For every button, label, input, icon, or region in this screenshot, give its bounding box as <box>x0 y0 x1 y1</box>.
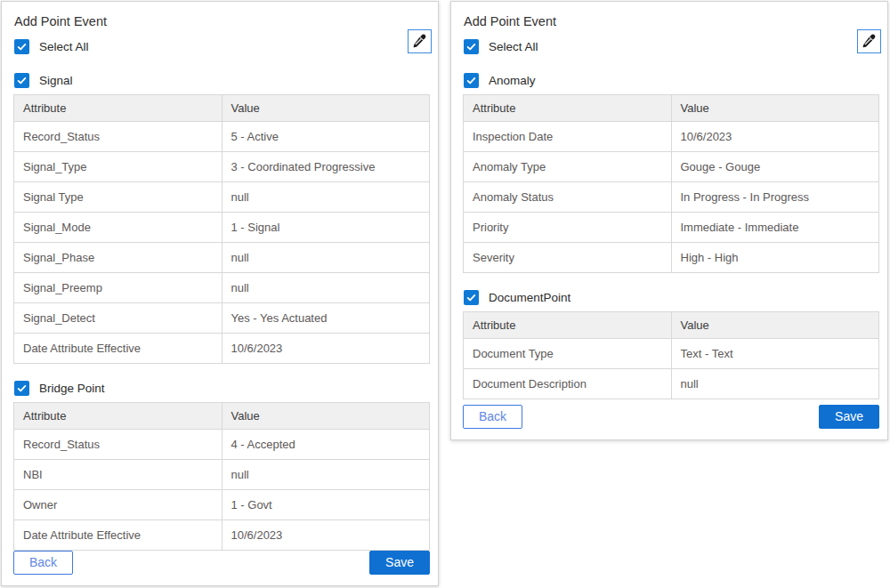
eyedropper-icon <box>862 34 877 49</box>
check-icon <box>466 42 476 52</box>
value-cell: 1 - Signal <box>222 213 430 243</box>
signal-table: Attribute Value Record_Status 5 - Active… <box>13 94 430 364</box>
table-header-row: Attribute Value <box>464 312 879 339</box>
check-icon <box>17 76 27 85</box>
bridge-point-section-label: Bridge Point <box>39 382 105 395</box>
add-point-event-panel-right: Add Point Event Select All Anomaly Attri… <box>450 1 888 440</box>
table-row: Severity High - High <box>464 243 879 273</box>
attribute-cell: Anomaly Status <box>464 182 672 213</box>
attribute-cell: Signal_Phase <box>14 243 222 273</box>
select-all-label: Select All <box>489 40 538 53</box>
attribute-cell: Severity <box>464 243 672 273</box>
table-row: Signal_Phase null <box>14 243 430 273</box>
select-all-row: Select All <box>14 39 430 54</box>
value-cell: Immediate - Immediate <box>671 213 879 243</box>
value-cell: 1 - Govt <box>222 490 430 520</box>
value-column-header: Value <box>671 312 879 339</box>
value-column-header: Value <box>671 95 879 122</box>
attribute-cell: Signal_Detect <box>14 303 222 334</box>
value-cell: null <box>222 460 430 490</box>
anomaly-table: Attribute Value Inspection Date 10/6/202… <box>463 94 879 273</box>
signal-checkbox[interactable] <box>14 73 29 88</box>
table-row: Priority Immediate - Immediate <box>464 213 879 243</box>
section-row-documentpoint: DocumentPoint <box>464 290 879 305</box>
table-header-row: Attribute Value <box>14 95 430 122</box>
value-cell: null <box>222 182 430 213</box>
table-row: Document Description null <box>464 369 879 399</box>
value-cell: Text - Text <box>671 339 879 369</box>
value-cell: In Progress - In Progress <box>671 182 879 213</box>
attribute-cell: Signal_Preemp <box>14 273 222 303</box>
table-row: Signal_Mode 1 - Signal <box>14 213 430 243</box>
save-button[interactable]: Save <box>369 551 430 575</box>
attribute-cell: Signal_Type <box>14 152 222 182</box>
table-row: NBI null <box>14 460 430 490</box>
value-cell: 10/6/2023 <box>222 520 430 551</box>
table-header-row: Attribute Value <box>464 95 879 122</box>
table-row: Signal_Detect Yes - Yes Actuated <box>14 303 430 334</box>
footer-actions: Back Save <box>13 551 430 575</box>
check-icon <box>17 42 27 52</box>
value-cell: 10/6/2023 <box>222 334 430 364</box>
value-column-header: Value <box>222 95 430 122</box>
check-icon <box>466 76 476 85</box>
bridge-point-checkbox[interactable] <box>14 381 29 396</box>
section-row-signal: Signal <box>14 73 430 88</box>
value-cell: null <box>222 273 430 303</box>
table-row: Record_Status 5 - Active <box>14 122 430 152</box>
back-button[interactable]: Back <box>13 551 73 575</box>
table-row: Record_Status 4 - Accepted <box>14 430 430 460</box>
attribute-cell: Date Attribute Effective <box>14 520 222 551</box>
value-cell: Yes - Yes Actuated <box>222 303 430 334</box>
section-row-bridge-point: Bridge Point <box>14 381 430 396</box>
add-point-event-panel-left: Add Point Event Select All Signal Attrib… <box>1 1 439 586</box>
table-row: Date Attribute Effective 10/6/2023 <box>14 334 430 364</box>
table-row: Signal_Preemp null <box>14 273 430 303</box>
value-cell: null <box>671 369 879 399</box>
documentpoint-checkbox[interactable] <box>464 290 479 305</box>
anomaly-checkbox[interactable] <box>464 73 479 88</box>
attribute-cell: Priority <box>464 213 672 243</box>
eyedropper-button[interactable] <box>408 29 432 53</box>
attribute-cell: Anomaly Type <box>464 152 672 182</box>
footer-actions: Back Save <box>463 405 879 429</box>
table-row: Date Attribute Effective 10/6/2023 <box>14 520 430 551</box>
attribute-cell: Record_Status <box>14 430 222 460</box>
table-row: Inspection Date 10/6/2023 <box>464 122 879 152</box>
select-all-checkbox[interactable] <box>464 39 479 54</box>
eyedropper-button[interactable] <box>857 29 881 53</box>
section-row-anomaly: Anomaly <box>464 73 879 88</box>
value-cell: High - High <box>671 243 879 273</box>
table-row: Anomaly Type Gouge - Gouge <box>464 152 879 182</box>
attribute-column-header: Attribute <box>464 312 672 339</box>
attribute-column-header: Attribute <box>14 403 222 430</box>
bridge-point-table: Attribute Value Record_Status 4 - Accept… <box>13 402 430 551</box>
attribute-cell: Inspection Date <box>464 122 672 152</box>
check-icon <box>17 383 27 393</box>
value-cell: 5 - Active <box>222 122 430 152</box>
table-row: Anomaly Status In Progress - In Progress <box>464 182 879 213</box>
attribute-cell: Record_Status <box>14 122 222 152</box>
attribute-cell: Date Attribute Effective <box>14 334 222 364</box>
documentpoint-table: Attribute Value Document Type Text - Tex… <box>463 311 879 399</box>
attribute-cell: NBI <box>14 460 222 490</box>
save-button[interactable]: Save <box>819 405 879 429</box>
attribute-cell: Document Description <box>464 369 672 399</box>
check-icon <box>466 293 476 302</box>
table-row: Signal Type null <box>14 182 430 213</box>
attribute-column-header: Attribute <box>14 95 222 122</box>
eyedropper-icon <box>412 34 427 49</box>
back-button[interactable]: Back <box>463 405 522 429</box>
page-title: Add Point Event <box>14 14 430 28</box>
documentpoint-section-label: DocumentPoint <box>489 291 570 304</box>
table-row: Document Type Text - Text <box>464 339 879 369</box>
value-cell: Gouge - Gouge <box>671 152 879 182</box>
signal-section-label: Signal <box>39 74 73 87</box>
select-all-checkbox[interactable] <box>14 39 29 54</box>
attribute-column-header: Attribute <box>464 95 672 122</box>
attribute-cell: Signal Type <box>14 182 222 213</box>
value-column-header: Value <box>222 403 430 430</box>
value-cell: null <box>222 243 430 273</box>
anomaly-section-label: Anomaly <box>489 74 536 87</box>
page-title: Add Point Event <box>464 14 879 28</box>
